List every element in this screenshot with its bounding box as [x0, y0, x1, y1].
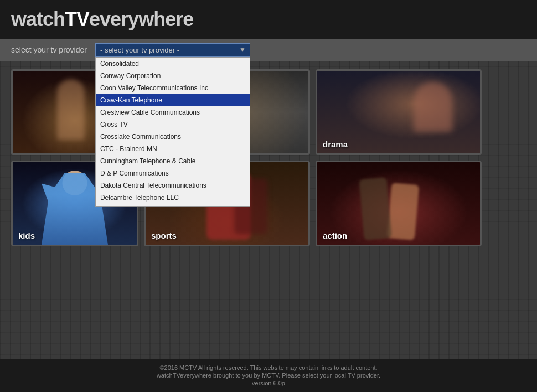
dropdown-placeholder: - select your tv provider -: [100, 46, 179, 54]
card-row-1: news drama: [11, 69, 526, 155]
footer-line-1: ©2016 MCTV All rights reserved. This web…: [159, 364, 377, 371]
main-content: news drama kids sports action: [0, 61, 537, 255]
dropdown-item[interactable]: Cunningham Telephone & Cable: [96, 155, 250, 167]
dropdown-container[interactable]: - select your tv provider - ▼ Consolidat…: [95, 43, 250, 57]
header: watchTVeverywhere: [0, 0, 537, 39]
logo-everywhere: everywhere: [89, 8, 193, 30]
dropdown-item[interactable]: Craw-Kan Telephone: [96, 94, 250, 106]
dropdown-item[interactable]: Dakota Central Telecommunications: [96, 179, 250, 192]
action-figure-2: [387, 183, 420, 240]
dropdown-item[interactable]: Delta Telephone Company: [96, 204, 250, 207]
footer-line-3: version 6.0p: [252, 380, 285, 386]
dropdown-item[interactable]: Crestview Cable Communications: [96, 106, 250, 118]
action-figure-1: [359, 177, 391, 240]
dropdown-item[interactable]: Coon Valley Telecommunications Inc: [96, 82, 250, 94]
drama-card[interactable]: drama: [316, 69, 482, 155]
drama-card-label: drama: [323, 140, 348, 149]
dropdown-item[interactable]: Consolidated: [96, 58, 250, 70]
logo: watchTVeverywhere: [11, 8, 193, 31]
logo-watch: watch: [11, 8, 65, 30]
action-card[interactable]: action: [316, 161, 482, 246]
dropdown-list[interactable]: ConsolidatedConway CorporationCoon Valle…: [95, 57, 250, 207]
dropdown-trigger[interactable]: - select your tv provider -: [95, 43, 250, 57]
action-card-label: action: [323, 231, 347, 240]
footer-line-2: watchTVeverywhere brought to you by MCTV…: [157, 372, 380, 379]
kids-card-label: kids: [18, 231, 35, 240]
selector-label: select your tv provider: [11, 45, 87, 54]
dropdown-item[interactable]: D & P Communications: [96, 167, 250, 179]
dropdown-item[interactable]: Crosslake Communications: [96, 131, 250, 143]
logo-tv: TV: [65, 8, 89, 30]
selector-bar: select your tv provider - select your tv…: [0, 39, 537, 61]
sports-card-label: sports: [151, 231, 177, 240]
dropdown-item[interactable]: Cross TV: [96, 118, 250, 131]
dropdown-item[interactable]: CTC - Brainerd MN: [96, 143, 250, 155]
dropdown-item[interactable]: Delcambre Telephone LLC: [96, 192, 250, 204]
footer: ©2016 MCTV All rights reserved. This web…: [0, 359, 537, 392]
card-row-2: kids sports action: [11, 161, 526, 246]
dropdown-item[interactable]: Conway Corporation: [96, 70, 250, 82]
